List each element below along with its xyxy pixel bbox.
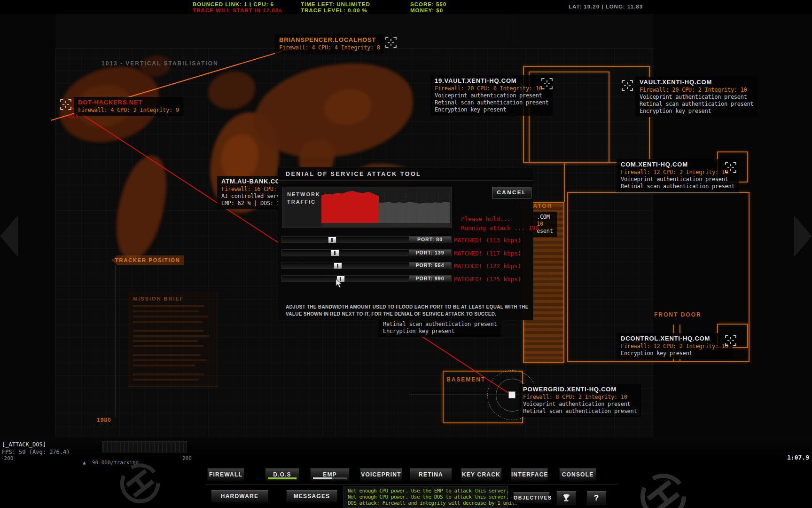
port-slider-port-139[interactable]: PORT: 139: [281, 249, 452, 256]
selected-server-icon[interactable]: [508, 391, 515, 398]
mission-brief-line: [133, 379, 199, 381]
server-title: BRIANSPENCER.LOCALHOST: [279, 36, 380, 43]
pan-right-arrow[interactable]: [794, 215, 812, 257]
port-label-plate: PORT: 990: [409, 276, 451, 282]
tracker-ruler-line: [115, 266, 116, 417]
mission-brief-line: [133, 321, 203, 323]
toolbar-button-console[interactable]: CONSOLE: [559, 468, 596, 481]
slider-handle[interactable]: [331, 250, 339, 256]
mission-brief-text-faded: [133, 305, 213, 381]
server-label-obscured-below-dialog[interactable]: Retinal scan authentication presentEncry…: [379, 319, 501, 337]
target-icon[interactable]: [622, 80, 633, 91]
fps-counter: FPS: 59 (Avg: 276.4): [2, 449, 70, 455]
pan-left-arrow[interactable]: [0, 215, 18, 257]
mission-brief-line: [133, 370, 213, 373]
message-line: DOS attack: Firewall and integrity will …: [348, 500, 504, 506]
server-line: Voiceprint authentication present: [621, 176, 734, 183]
trace-countdown: TRACE WILL START IN 12.88s: [193, 8, 282, 13]
bounced-link-cpu: BOUNCED LINK: 1 | CPU: 6: [193, 1, 274, 7]
server-line: Encryption key present: [435, 106, 548, 113]
server-line: Voiceprint authentication present: [640, 94, 753, 101]
tracking-waveform: [102, 441, 187, 452]
server-stats: Firewall: 20 CPU: 2 Integrity: 10: [640, 87, 753, 94]
server-title: DOT-HACKERS.NET: [78, 99, 179, 106]
target-icon[interactable]: [725, 162, 736, 173]
achievements-button[interactable]: [556, 491, 576, 505]
building-label-front-door: FRONT DOOR: [654, 311, 702, 318]
toolbar-button-d-o-s[interactable]: D.O.S: [265, 468, 299, 481]
server-line: Retinal scan authentication present: [640, 101, 753, 108]
server-line: esent: [537, 228, 553, 235]
server-label-powergrid-xenti-hq-com[interactable]: POWERGRID.XENTI-HQ.COMFirewall: 8 CPU: 2…: [519, 384, 641, 417]
mission-brief-line: [133, 330, 203, 332]
mouse-cursor: [336, 278, 343, 289]
server-title: 19.VAULT.XENTI-HQ.COM: [435, 77, 548, 84]
mission-brief-line: [133, 326, 213, 330]
server-line: Voiceprint authentication present: [435, 92, 548, 99]
server-line: Retinal scan authentication present: [383, 321, 497, 328]
port-slider-port-990[interactable]: PORT: 990: [281, 275, 452, 282]
toolbar-button-voiceprint[interactable]: VOICEPRINT: [360, 468, 402, 481]
mission-brief-line: [133, 305, 204, 307]
help-button[interactable]: ?: [586, 491, 606, 505]
mission-brief-line: [133, 350, 213, 354]
game-viewport: BOUNCED LINK: 1 | CPU: 6 TRACE WILL STAR…: [0, 0, 812, 508]
port-slider-port-80[interactable]: PORT: 80: [281, 236, 452, 243]
trace-level: TRACE LEVEL: 0.00 %: [301, 8, 367, 13]
port-slider-port-554[interactable]: PORT: 554: [281, 262, 452, 269]
toolbar-button-firewall[interactable]: FIREWALL: [207, 468, 244, 481]
slider-handle[interactable]: [334, 262, 342, 269]
mission-brief-line: [133, 354, 201, 356]
server-line: Retinal scan authentication present: [435, 99, 548, 106]
port-label-plate: PORT: 554: [409, 262, 451, 269]
target-icon[interactable]: [60, 99, 71, 110]
map-area-label: 1013 - VERTICAL STABILISATION: [102, 60, 219, 67]
top-status-bar: BOUNCED LINK: 1 | CPU: 6 TRACE WILL STAR…: [0, 0, 812, 14]
objectives-button[interactable]: OBJECTIVES: [513, 492, 550, 503]
attack-mode-indicator: [_ATTACK_DOS]: [2, 441, 46, 448]
server-label-vault-xenti-hq-com[interactable]: VAULT.XENTI-HQ.COMFirewall: 20 CPU: 2 In…: [635, 77, 757, 117]
server-title: COM.XENTI-HQ.COM: [621, 161, 734, 168]
lat-long: LAT: 10.20 | LONG: 11.83: [569, 4, 643, 9]
target-icon[interactable]: [725, 335, 736, 346]
mission-brief-panel: MISSION BRIEF: [128, 292, 218, 387]
server-line: Encryption key present: [621, 350, 728, 357]
server-title: DCONTROL.XENTI-HQ.COM: [621, 335, 728, 342]
scale-max: 200: [182, 455, 192, 461]
server-label-dot-hackers-net[interactable]: DOT-HACKERS.NETFirewall: 4 CPU: 2 Integr…: [74, 97, 183, 116]
server-stats: Firewall: 4 CPU: 4 Integrity: 8: [279, 44, 380, 51]
money: MONEY: $0: [410, 8, 443, 13]
instructions-line-2: VALUE SHOWN IN RED NEXT TO IT, FOR THE D…: [286, 311, 496, 317]
port-sliders-area: PORT: 80MATCHED! (113 kbps)PORT: 139MATC…: [278, 167, 533, 320]
mission-brief-line: [133, 340, 198, 342]
building-label-basement: BASEMENT: [446, 376, 485, 383]
mission-brief-title: MISSION BRIEF: [133, 296, 213, 302]
toolbar-button-retina[interactable]: RETINA: [410, 468, 452, 481]
slider-handle[interactable]: [328, 237, 336, 243]
target-icon[interactable]: [541, 78, 553, 89]
toolbar-button-emp[interactable]: EMP: [310, 468, 350, 481]
server-label-com-xenti-hq-com[interactable]: COM.XENTI-HQ.COMFirewall: 12 CPU: 2 Inte…: [617, 159, 739, 192]
bottom-panel: [_ATTACK_DOS] FPS: 59 (Avg: 276.4) -200 …: [0, 437, 812, 508]
server-label-19-vault-xenti-hq-com[interactable]: 19.VAULT.XENTI-HQ.COMFirewall: 20 CPU: 6…: [430, 75, 553, 116]
message-line: Not enough CPU power. Use the EMP to att…: [348, 488, 504, 494]
message-log: Not enough CPU power. Use the EMP to att…: [344, 486, 508, 508]
mission-brief-line: [133, 359, 207, 361]
server-stats: Firewall: 12 CPU: 2 Integrity: 10: [621, 343, 728, 350]
he-logo-right: [636, 469, 690, 508]
toolbar-button-messages[interactable]: MESSAGES: [286, 490, 337, 502]
mission-brief-line: [133, 316, 208, 318]
message-line: Not enough CPU power. Use the DOS to att…: [348, 494, 504, 500]
toolbar-button-hardware[interactable]: HARDWARE: [211, 490, 268, 502]
server-label-brianspencer-localhost[interactable]: BRIANSPENCER.LOCALHOSTFirewall: 4 CPU: 4…: [275, 34, 384, 54]
server-stats: Firewall: 20 CPU: 6 Integrity: 10: [435, 85, 548, 92]
server-line: .COM: [537, 214, 553, 221]
scale-min: -200: [1, 455, 14, 461]
server-stats: Firewall: 4 CPU: 2 Integrity: 9: [78, 107, 179, 114]
toolbar-button-interface[interactable]: INTERFACE: [511, 468, 548, 481]
matched-text: MATCHED! (117 kbps): [454, 250, 521, 257]
server-label-dcontrol-xenti-hq-com[interactable]: DCONTROL.XENTI-HQ.COMFirewall: 12 CPU: 2…: [617, 333, 733, 359]
time-left: TIME LEFT: UNLIMITED: [301, 1, 370, 7]
target-icon[interactable]: [385, 37, 397, 48]
toolbar-button-key-crack[interactable]: KEY CRACK: [461, 468, 502, 481]
